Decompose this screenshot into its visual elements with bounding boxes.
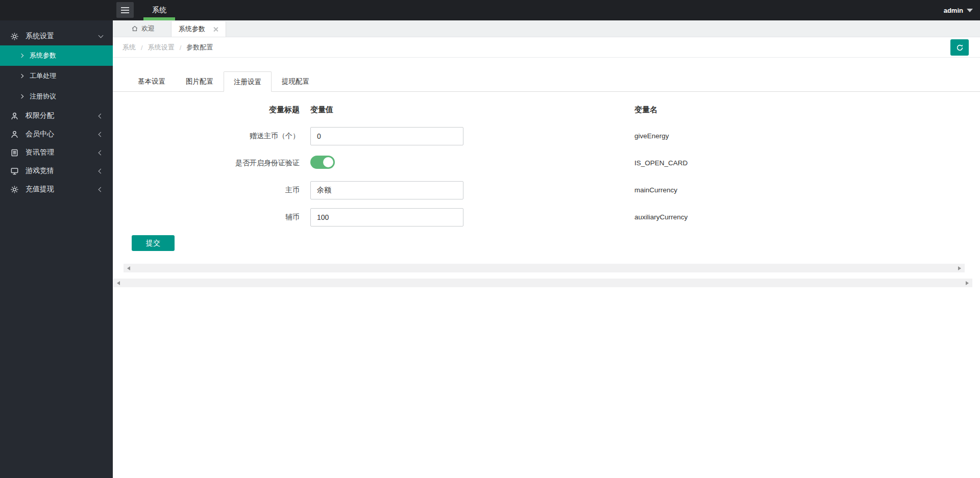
- breadcrumb-item[interactable]: 系统设置: [148, 43, 175, 52]
- user-tie-icon: [10, 112, 19, 120]
- auxiliary-currency-input[interactable]: [310, 208, 463, 227]
- active-nav-underline: [143, 17, 175, 20]
- breadcrumb-item-current: 参数配置: [186, 43, 213, 52]
- give-energy-input[interactable]: [310, 127, 463, 145]
- breadcrumb-bar: 系统 / 系统设置 / 参数配置: [113, 37, 980, 58]
- topnav-label: 系统: [152, 6, 166, 15]
- chevron-left-icon: [99, 168, 104, 173]
- sidebar-item-label: 会员中心: [26, 130, 54, 139]
- tab-withdraw-config[interactable]: 提现配置: [272, 71, 320, 92]
- submit-button[interactable]: 提交: [132, 235, 175, 251]
- hamburger-icon: [121, 7, 129, 13]
- scroll-left-arrow-icon[interactable]: [117, 281, 120, 285]
- tab-basic-settings[interactable]: 基本设置: [128, 71, 176, 92]
- username: admin: [944, 7, 963, 14]
- sidebar-item-member-center[interactable]: 会员中心: [0, 125, 113, 143]
- sidebar-subitem-register-agreement[interactable]: 注册协议: [0, 86, 113, 107]
- horizontal-scrollbar-outer[interactable]: [113, 279, 972, 287]
- sidebar-item-label: 充值提现: [26, 185, 54, 194]
- table-row: 辅币 auxiliaryCurrency: [113, 204, 980, 231]
- tab-register-settings[interactable]: 注册设置: [224, 71, 272, 92]
- scroll-right-arrow-icon[interactable]: [958, 266, 961, 270]
- scroll-right-arrow-icon[interactable]: [966, 281, 969, 285]
- chevron-right-icon: [19, 54, 23, 58]
- book-icon: [10, 148, 19, 157]
- refresh-button[interactable]: [950, 39, 969, 56]
- sidebar-item-label: 权限分配: [26, 111, 54, 120]
- chevron-left-icon: [99, 150, 104, 155]
- scroll-left-arrow-icon[interactable]: [127, 266, 130, 270]
- sidebar-subitem-label: 系统参数: [30, 51, 56, 60]
- home-icon: [131, 25, 138, 32]
- window-tab-bar: 欢迎 系统参数: [113, 20, 980, 37]
- sidebar-item-news-management[interactable]: 资讯管理: [0, 143, 113, 162]
- topbar: 系统 admin: [0, 0, 980, 20]
- sidebar-item-game-guess[interactable]: 游戏竞猜: [0, 162, 113, 180]
- chevron-left-icon: [99, 187, 104, 192]
- sidebar: 系统设置 系统参数 工单处理 注册协议 权限分配: [0, 20, 113, 478]
- params-table: 变量标题 变量值 变量名 赠送主币（个） giveEnergy 是否开启身份证验…: [113, 97, 980, 231]
- chevron-right-icon: [19, 94, 23, 98]
- variable-name: mainCurrency: [634, 186, 980, 194]
- tab-label: 欢迎: [141, 24, 155, 33]
- sidebar-item-permissions[interactable]: 权限分配: [0, 107, 113, 125]
- chevron-down-icon: [99, 33, 104, 38]
- id-verify-toggle[interactable]: [310, 156, 335, 169]
- tab-system-params[interactable]: 系统参数: [171, 21, 226, 37]
- column-header-title: 变量标题: [113, 105, 300, 115]
- sidebar-item-label: 资讯管理: [26, 148, 54, 157]
- sidebar-item-label: 系统设置: [26, 32, 54, 41]
- field-label: 辅币: [113, 213, 300, 222]
- toggle-knob: [323, 157, 333, 167]
- field-label: 赠送主币（个）: [113, 132, 300, 141]
- main-currency-input[interactable]: [310, 181, 463, 199]
- tab-label: 系统参数: [179, 24, 205, 34]
- tab-welcome[interactable]: 欢迎: [124, 20, 162, 37]
- user-icon: [10, 130, 19, 139]
- chevron-left-icon: [99, 132, 104, 137]
- breadcrumb-separator: /: [180, 44, 182, 52]
- variable-name: IS_OPEN_CARD: [634, 159, 980, 167]
- sidebar-subitem-system-params[interactable]: 系统参数: [0, 45, 113, 66]
- gear-icon: [10, 185, 19, 194]
- tab-image-config[interactable]: 图片配置: [176, 71, 224, 92]
- sidebar-item-label: 游戏竞猜: [26, 166, 54, 175]
- chevron-down-icon: [967, 9, 973, 12]
- monitor-icon: [10, 167, 19, 175]
- gear-icon: [10, 32, 19, 41]
- horizontal-scrollbar-inner[interactable]: [124, 264, 965, 272]
- table-row: 主币 mainCurrency: [113, 177, 980, 204]
- table-row: 赠送主币（个） giveEnergy: [113, 122, 980, 149]
- table-header-row: 变量标题 变量值 变量名: [113, 97, 980, 122]
- sidebar-subitem-label: 工单处理: [30, 71, 56, 81]
- sidebar-subitem-label: 注册协议: [30, 92, 56, 101]
- breadcrumb: 系统 / 系统设置 / 参数配置: [122, 37, 213, 58]
- settings-tabs: 基本设置 图片配置 注册设置 提现配置: [113, 71, 980, 92]
- breadcrumb-separator: /: [141, 44, 143, 52]
- breadcrumb-item[interactable]: 系统: [122, 43, 136, 52]
- column-header-value: 变量值: [310, 105, 634, 115]
- sidebar-item-recharge-withdraw[interactable]: 充值提现: [0, 180, 113, 198]
- settings-panel: 基本设置 图片配置 注册设置 提现配置 变量标题 变量值 变量名 赠送主币（个）…: [113, 58, 980, 251]
- chevron-left-icon: [99, 113, 104, 118]
- variable-name: auxiliaryCurrency: [634, 213, 980, 221]
- refresh-icon: [955, 43, 964, 52]
- sidebar-toggle-button[interactable]: [116, 2, 134, 18]
- chevron-right-icon: [19, 74, 23, 78]
- sidebar-subitem-work-orders[interactable]: 工单处理: [0, 66, 113, 86]
- topnav-item-system[interactable]: 系统: [143, 0, 175, 20]
- field-label: 是否开启身份证验证: [113, 159, 300, 168]
- variable-name: giveEnergy: [634, 132, 980, 140]
- close-icon[interactable]: [213, 27, 218, 32]
- sidebar-item-system-settings[interactable]: 系统设置: [0, 27, 113, 45]
- column-header-name: 变量名: [634, 105, 980, 115]
- field-label: 主币: [113, 186, 300, 195]
- table-row: 是否开启身份证验证 IS_OPEN_CARD: [113, 149, 980, 177]
- user-menu[interactable]: admin: [944, 0, 973, 20]
- main-content: 欢迎 系统参数 系统 / 系统设置 / 参数配置 基本设置 图片配置 注册设置 …: [113, 20, 980, 478]
